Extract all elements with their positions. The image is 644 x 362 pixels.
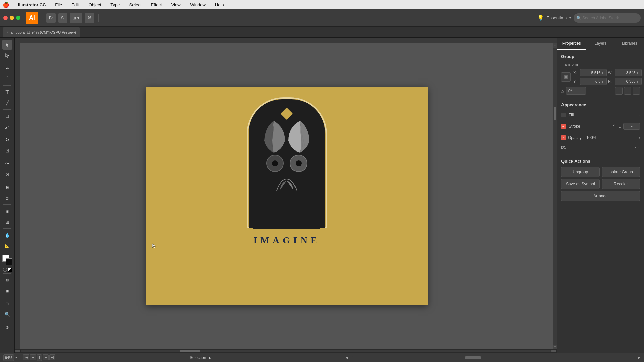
h-input[interactable] xyxy=(615,78,642,85)
menu-window[interactable]: Window xyxy=(188,2,208,8)
none-swatch[interactable] xyxy=(3,268,7,272)
default-colors-btn[interactable] xyxy=(8,268,12,272)
canvas-area[interactable]: IMAGINE xyxy=(20,43,553,349)
foreground-swatch[interactable] xyxy=(6,258,12,265)
bottom-scrollbar[interactable] xyxy=(15,349,557,353)
eyedropper-tool[interactable]: 💧 xyxy=(2,230,12,240)
horizontal-scroll-handle[interactable] xyxy=(180,350,200,352)
measure-tool[interactable]: 📐 xyxy=(2,241,12,251)
appearance-more-btn[interactable]: ··· xyxy=(635,144,640,150)
scroll-track[interactable] xyxy=(553,48,557,345)
stock-button[interactable]: St xyxy=(58,13,67,23)
screen-mode-toggle[interactable]: ▣ xyxy=(2,286,12,296)
left-arrow-icon[interactable]: ◀ xyxy=(345,356,348,359)
w-input[interactable] xyxy=(615,69,642,76)
fill-stroke-toggle[interactable]: ⊟ xyxy=(2,275,12,285)
close-window-btn[interactable] xyxy=(3,16,8,20)
symbol-sprayer-tool[interactable]: ⊛ xyxy=(2,322,12,333)
scroll-left-arrow[interactable] xyxy=(15,350,20,352)
stroke-dropdown[interactable]: ▾ xyxy=(623,123,640,130)
y-input[interactable] xyxy=(580,78,607,85)
menu-help[interactable]: Help xyxy=(213,2,226,8)
reflect-horizontal-btn[interactable]: ⊣ xyxy=(615,87,623,95)
horizontal-scroll-track[interactable] xyxy=(21,350,551,352)
menu-illustrator[interactable]: Illustrator CC xyxy=(16,2,48,8)
scale-tool[interactable]: ⊡ xyxy=(2,145,12,156)
menu-view[interactable]: View xyxy=(169,2,183,8)
maximize-window-btn[interactable] xyxy=(16,16,20,20)
tab-properties[interactable]: Properties xyxy=(557,38,586,50)
menu-edit[interactable]: Edit xyxy=(69,2,81,8)
fill-checkbox[interactable] xyxy=(561,113,566,117)
first-artboard-btn[interactable]: |◀ xyxy=(23,354,29,360)
scroll-up-arrow[interactable]: ▲ xyxy=(553,43,557,48)
fill-row[interactable]: Fill ⌄ xyxy=(561,111,640,119)
fill-more-btn[interactable]: ⌄ xyxy=(637,113,640,117)
zoom-control[interactable]: 94% ▾ xyxy=(3,354,17,361)
right-arrow-icon[interactable]: ▶ xyxy=(638,356,641,359)
horizontal-progress[interactable] xyxy=(352,356,635,359)
prev-artboard-btn[interactable]: ◀ xyxy=(30,354,36,360)
apple-menu[interactable]: 🍎 xyxy=(3,2,9,8)
next-artboard-btn[interactable]: ▶ xyxy=(43,354,49,360)
recolor-button[interactable]: Recolor xyxy=(602,179,640,189)
stroke-value-down[interactable]: ⌄ xyxy=(618,124,622,129)
opacity-row[interactable]: Opacity 100% › xyxy=(561,133,640,142)
document-tab[interactable]: × ai-logo.ai @ 94% (CMYK/GPU Preview) xyxy=(3,27,80,37)
progress-handle[interactable] xyxy=(465,356,481,359)
isolate-group-button[interactable]: Isolate Group xyxy=(602,167,640,177)
line-tool[interactable]: ╱ xyxy=(2,98,12,108)
angle-input[interactable] xyxy=(566,87,586,95)
zoom-dropdown-arrow[interactable]: ▾ xyxy=(15,356,17,359)
menu-select[interactable]: Select xyxy=(127,2,143,8)
tab-libraries[interactable]: Libraries xyxy=(615,38,644,50)
reflect-vertical-btn[interactable]: ⊥ xyxy=(624,87,631,95)
right-scrollbar[interactable]: ▲ ▼ xyxy=(553,43,557,349)
transform-reference-point[interactable] xyxy=(561,72,571,82)
rectangle-tool[interactable]: □ xyxy=(2,111,12,121)
pen-tool[interactable]: ✒ xyxy=(2,63,12,73)
scroll-down-arrow[interactable]: ▼ xyxy=(553,345,557,349)
logo-artwork[interactable]: IMAGINE xyxy=(243,97,330,248)
brush-button[interactable]: ⌘ xyxy=(85,13,94,23)
opacity-checkbox[interactable] xyxy=(561,135,566,140)
menu-object[interactable]: Object xyxy=(87,2,103,8)
stroke-row[interactable]: Stroke ⌃ ⌄ ▾ xyxy=(561,122,640,131)
menu-file[interactable]: File xyxy=(53,2,64,8)
free-transform-tool[interactable]: ⊠ xyxy=(2,169,12,179)
more-transform-btn[interactable]: … xyxy=(633,87,640,95)
bridge-button[interactable]: Br xyxy=(46,13,56,23)
perspective-grid-tool[interactable]: ⧄ xyxy=(2,193,12,203)
tab-layers[interactable]: Layers xyxy=(586,38,615,50)
stroke-value-up[interactable]: ⌃ xyxy=(612,124,616,129)
rotate-tool[interactable]: ↻ xyxy=(2,135,12,145)
scroll-right-arrow[interactable] xyxy=(551,350,556,352)
opacity-more-btn[interactable]: › xyxy=(639,136,640,140)
selection-tool[interactable] xyxy=(2,40,12,50)
zoom-tool[interactable]: 🔍 xyxy=(2,309,12,319)
menu-type[interactable]: Type xyxy=(108,2,122,8)
mesh-tool[interactable]: ⊞ xyxy=(2,217,12,227)
tab-close-button[interactable]: × xyxy=(7,30,9,34)
artboard-tool[interactable]: ⊡ xyxy=(2,299,12,309)
x-input[interactable] xyxy=(580,69,607,76)
minimize-window-btn[interactable] xyxy=(10,16,14,20)
color-swatches[interactable] xyxy=(2,255,12,265)
stroke-checkbox[interactable] xyxy=(561,124,566,129)
curvature-tool[interactable]: ⌒ xyxy=(2,74,12,84)
direct-selection-tool[interactable] xyxy=(2,50,12,60)
paintbrush-tool[interactable]: 🖌 xyxy=(2,122,12,132)
workspace-layout-button[interactable]: ⊞ ▾ xyxy=(70,13,82,23)
arrange-button[interactable]: Arrange xyxy=(561,191,640,201)
save-as-symbol-button[interactable]: Save as Symbol xyxy=(561,179,600,189)
workspace-arrow[interactable]: ▾ xyxy=(569,16,571,20)
last-artboard-btn[interactable]: ▶| xyxy=(49,354,55,360)
tool-status[interactable]: Selection ▶ xyxy=(59,355,342,360)
adobe-stock-search[interactable] xyxy=(574,13,641,23)
shape-builder-tool[interactable]: ⊕ xyxy=(2,182,12,192)
ungroup-button[interactable]: Ungroup xyxy=(561,167,600,177)
warp-tool[interactable]: 〜 xyxy=(2,159,12,169)
gradient-tool[interactable]: ▣ xyxy=(2,206,12,216)
menu-effect[interactable]: Effect xyxy=(149,2,164,8)
type-tool[interactable]: T xyxy=(2,87,12,97)
